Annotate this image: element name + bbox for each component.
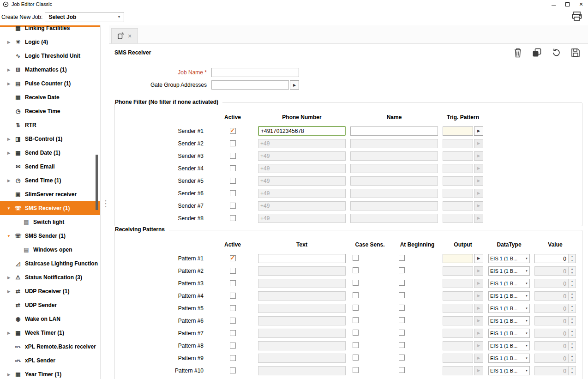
splitter-handle[interactable]: ⋮ xyxy=(102,200,107,216)
spin-up-icon[interactable]: ▲ xyxy=(569,267,576,271)
expander-right-icon[interactable]: ▶ xyxy=(4,40,14,44)
expander-right-icon[interactable]: ▶ xyxy=(4,276,14,280)
case-sens-checkbox[interactable] xyxy=(353,367,359,373)
trig-pattern-input[interactable] xyxy=(443,126,473,136)
name-input[interactable] xyxy=(350,214,438,223)
text-input[interactable] xyxy=(258,366,346,375)
output-input[interactable] xyxy=(443,254,473,263)
datatype-select[interactable]: EIS 1 (1 B...▼ xyxy=(488,316,530,325)
name-input[interactable] xyxy=(350,126,438,136)
name-input[interactable] xyxy=(350,201,438,211)
value-spinner[interactable]: 0▲▼ xyxy=(534,304,576,313)
output-input[interactable] xyxy=(443,279,473,288)
phone-number-input[interactable] xyxy=(258,201,346,211)
expander-right-icon[interactable]: ▶ xyxy=(4,137,14,141)
value-spinner[interactable]: 0▲▼ xyxy=(534,316,576,325)
sidebar-item-slimserver-receiver[interactable]: ▣SlimServer receiver xyxy=(0,187,100,201)
active-checkbox[interactable] xyxy=(230,355,236,361)
text-input[interactable] xyxy=(258,341,346,350)
spin-up-icon[interactable]: ▲ xyxy=(569,367,576,371)
output-input[interactable] xyxy=(443,354,473,363)
sidebar-item-send-time-1[interactable]: ▶◷Send Time (1) xyxy=(0,174,100,187)
case-sens-checkbox[interactable] xyxy=(353,255,359,261)
sidebar-item-windows-open[interactable]: ▤Windows open xyxy=(0,243,100,257)
trig-pattern-input[interactable] xyxy=(443,176,473,186)
sidebar-item-xpl-sender[interactable]: xPLxPL Sender xyxy=(0,354,100,367)
tab-sms-receiver[interactable]: ✕ xyxy=(111,28,138,43)
value-spinner[interactable]: 0▲▼ xyxy=(534,254,576,263)
phone-number-input[interactable] xyxy=(258,139,346,148)
text-input[interactable] xyxy=(258,291,346,301)
active-checkbox[interactable] xyxy=(230,367,236,373)
trig-pattern-input[interactable] xyxy=(443,189,473,198)
delete-button[interactable] xyxy=(513,48,522,58)
sidebar-item-xpl-remote-basic-receiver[interactable]: xPLxPL Remote.Basic receiver xyxy=(0,340,100,354)
output-input[interactable] xyxy=(443,341,473,350)
sidebar-item-send-date-1[interactable]: ▶▦Send Date (1) xyxy=(0,146,100,160)
trig-pattern-input[interactable] xyxy=(443,201,473,211)
sidebar-item-rtr[interactable]: ⇅RTR xyxy=(0,118,100,132)
expander-right-icon[interactable]: ▶ xyxy=(4,289,14,294)
name-input[interactable] xyxy=(350,176,438,186)
sidebar-item-sms-sender-1[interactable]: ▼☏SMS Sender (1) xyxy=(0,229,100,243)
spin-down-icon[interactable]: ▼ xyxy=(569,271,576,275)
trig-pattern-input[interactable] xyxy=(443,164,473,173)
at-beginning-checkbox[interactable] xyxy=(399,355,405,361)
active-checkbox[interactable] xyxy=(230,330,236,336)
name-input[interactable] xyxy=(350,189,438,198)
spin-down-icon[interactable]: ▼ xyxy=(569,259,576,263)
expander-right-icon[interactable]: ▶ xyxy=(4,179,14,183)
output-expand-button[interactable]: ▶ xyxy=(474,266,483,276)
output-input[interactable] xyxy=(443,291,473,301)
trig-pattern-input[interactable] xyxy=(443,139,473,148)
output-input[interactable] xyxy=(443,316,473,325)
spin-up-icon[interactable]: ▲ xyxy=(569,292,576,296)
text-input[interactable] xyxy=(258,266,346,276)
value-spinner[interactable]: 0▲▼ xyxy=(534,341,576,350)
value-spinner[interactable]: 0▲▼ xyxy=(534,266,576,276)
at-beginning-checkbox[interactable] xyxy=(399,292,405,298)
case-sens-checkbox[interactable] xyxy=(353,355,359,361)
spin-up-icon[interactable]: ▲ xyxy=(569,354,576,358)
trig-pattern-expand-button[interactable]: ▶ xyxy=(474,214,483,223)
output-expand-button[interactable]: ▶ xyxy=(474,341,483,350)
datatype-select[interactable]: EIS 1 (1 B...▼ xyxy=(488,266,530,276)
at-beginning-checkbox[interactable] xyxy=(399,267,405,273)
datatype-select[interactable]: EIS 1 (1 B...▼ xyxy=(488,329,530,338)
at-beginning-checkbox[interactable] xyxy=(399,342,405,348)
spin-up-icon[interactable]: ▲ xyxy=(569,317,576,321)
datatype-select[interactable]: EIS 1 (1 B...▼ xyxy=(488,304,530,313)
spin-up-icon[interactable]: ▲ xyxy=(569,329,576,333)
spin-down-icon[interactable]: ▼ xyxy=(569,308,576,313)
gate-group-input[interactable] xyxy=(211,80,289,90)
spin-up-icon[interactable]: ▲ xyxy=(569,304,576,308)
case-sens-checkbox[interactable] xyxy=(353,317,359,323)
text-input[interactable] xyxy=(258,279,346,288)
spin-down-icon[interactable]: ▼ xyxy=(569,358,576,362)
active-checkbox[interactable] xyxy=(230,203,236,209)
text-input[interactable] xyxy=(258,354,346,363)
output-expand-button[interactable]: ▶ xyxy=(474,329,483,338)
trig-pattern-expand-button[interactable]: ▶ xyxy=(474,139,483,148)
spin-down-icon[interactable]: ▼ xyxy=(569,296,576,300)
case-sens-checkbox[interactable] xyxy=(353,305,359,311)
scrollbar-thumb[interactable] xyxy=(96,155,98,210)
trig-pattern-expand-button[interactable]: ▶ xyxy=(474,176,483,186)
expander-down-icon[interactable]: ▼ xyxy=(4,206,14,211)
sidebar-item-udp-receiver-1[interactable]: ▶⇄UDP Receiver (1) xyxy=(0,284,100,298)
maximize-button[interactable] xyxy=(560,0,574,8)
trig-pattern-input[interactable] xyxy=(443,151,473,161)
datatype-select[interactable]: EIS 1 (1 B...▼ xyxy=(488,291,530,301)
case-sens-checkbox[interactable] xyxy=(353,342,359,348)
expander-right-icon[interactable]: ▶ xyxy=(4,151,14,155)
spin-up-icon[interactable]: ▲ xyxy=(569,279,576,283)
spin-down-icon[interactable]: ▼ xyxy=(569,321,576,325)
sidebar-item-mathematics-1[interactable]: ▶⊞Mathematics (1) xyxy=(0,63,100,77)
spin-up-icon[interactable]: ▲ xyxy=(569,342,576,346)
phone-number-input[interactable] xyxy=(258,214,346,223)
value-spinner[interactable]: 0▲▼ xyxy=(534,354,576,363)
phone-number-input[interactable] xyxy=(258,164,346,173)
phone-number-input[interactable] xyxy=(258,126,346,136)
output-expand-button[interactable]: ▶ xyxy=(474,304,483,313)
reset-button[interactable] xyxy=(551,48,561,58)
